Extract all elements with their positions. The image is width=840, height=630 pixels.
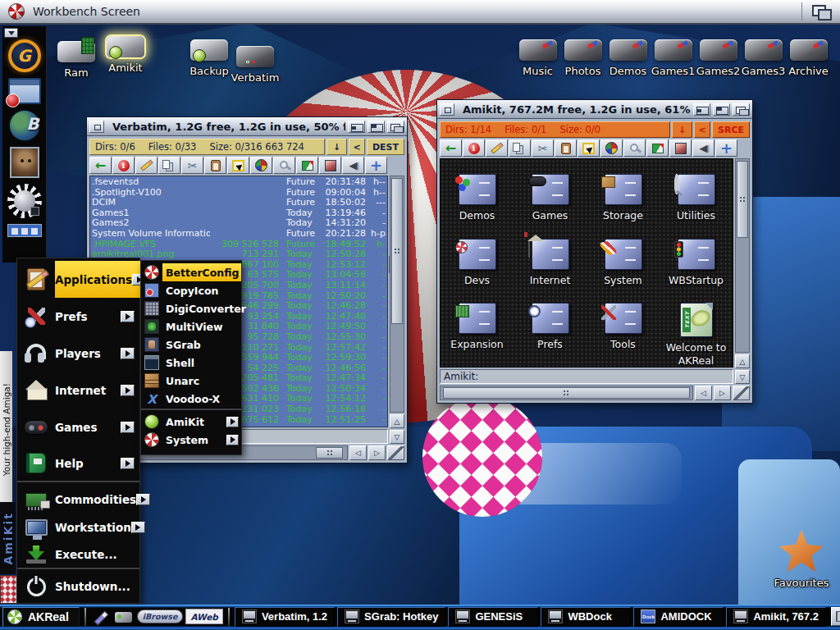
drawer-icon[interactable]: TEXT Tools	[587, 303, 660, 367]
toolbar-button[interactable]	[509, 139, 531, 157]
toolbar-button[interactable]: ←	[89, 157, 112, 174]
close-gadget[interactable]	[89, 121, 104, 133]
drawer-icon[interactable]: TEXT Utilities	[660, 174, 733, 222]
ibrowse-quick-icon[interactable]: iBrowse	[137, 609, 184, 623]
desktop-drive-icon[interactable]: Verbatim	[223, 46, 287, 84]
dock-icon[interactable]	[7, 224, 42, 237]
scroll-down-button[interactable]: ▽	[390, 430, 404, 444]
scroll-right-button[interactable]: ▷	[714, 386, 731, 400]
toolbar-button[interactable]	[646, 139, 669, 157]
file-list-row[interactable]: System Volume Information Future 20:21:2…	[92, 229, 386, 240]
submenu-item[interactable]: SGrab	[141, 336, 241, 354]
screen-depth-gadget[interactable]	[810, 3, 832, 20]
vscroll-track[interactable]	[735, 158, 750, 353]
drawer-icon[interactable]: TEXT WBStartup	[660, 239, 733, 287]
dock-icon[interactable]: G	[8, 39, 41, 72]
toolbar-button[interactable]	[158, 157, 180, 174]
toolbar-button[interactable]	[669, 139, 692, 157]
path-dropdown-button[interactable]: ↓	[326, 139, 347, 155]
toolbar-button[interactable]: ◀	[692, 139, 714, 157]
drawer-icon[interactable]: TEXT Welcome to AKReal	[660, 303, 733, 367]
toolbar-button[interactable]	[623, 139, 646, 157]
toolbar-button[interactable]	[578, 139, 600, 157]
toolbar-button[interactable]	[555, 139, 577, 157]
scroll-left-button[interactable]: ◁	[349, 445, 367, 460]
toolbar-button[interactable]: ◀	[342, 157, 364, 174]
menu-item[interactable]: Players	[17, 335, 139, 372]
toolbar-button[interactable]	[319, 157, 341, 174]
toolbar-button[interactable]	[227, 157, 249, 174]
depth-gadget[interactable]	[733, 103, 750, 116]
submenu-item[interactable]: AmiKit	[141, 413, 241, 431]
window-titlebar[interactable]: Amikit, 767.2M free, 1.2G in use, 61% fu…	[437, 100, 752, 119]
submenu-item[interactable]: MultiView	[141, 317, 241, 336]
menu-item[interactable]: Workstation	[17, 514, 139, 541]
desktop-drive-icon[interactable]: Demos	[605, 39, 651, 77]
aweb-quick-icon[interactable]: AWeb	[185, 609, 223, 624]
status-field[interactable]: Amikit:	[440, 369, 733, 384]
file-list-row[interactable]: DCIM Future 18:50:02 ---	[92, 198, 386, 208]
task-button[interactable]: Dock GENESiS	[448, 607, 538, 627]
menu-item[interactable]: Execute...	[17, 541, 139, 569]
scroll-up-button[interactable]: △	[390, 414, 404, 428]
dock-icon[interactable]	[10, 147, 39, 178]
task-button[interactable]: Dock Verbatim, 1.2	[235, 607, 335, 627]
toolbar-button[interactable]	[204, 157, 226, 174]
desktop-drive-icon[interactable]: Music	[515, 39, 560, 77]
menu-item[interactable]: Prefs	[17, 298, 139, 335]
dock-icon[interactable]: B	[9, 110, 40, 141]
drawer-icon[interactable]: TEXT System	[587, 239, 660, 287]
desktop-drive-icon[interactable]: Amikit	[94, 36, 158, 74]
dock-collapse-button[interactable]	[4, 28, 18, 38]
drawer-icon[interactable]: TEXT Prefs	[514, 303, 587, 367]
zoom-gadget[interactable]	[713, 103, 730, 116]
submenu-item[interactable]: BetterConfig	[141, 263, 241, 281]
notes-quick-icon[interactable]	[91, 607, 111, 627]
drawer-icon[interactable]: TEXT Expansion	[441, 303, 514, 367]
desktop-drive-icon[interactable]: Archive	[786, 39, 831, 77]
drawer-icon[interactable]: TEXT Games	[514, 174, 587, 222]
iconify-gadget[interactable]	[693, 103, 710, 116]
hscroll-track[interactable]	[440, 386, 693, 400]
scroll-right-button[interactable]: ▷	[368, 445, 386, 460]
submenu-item[interactable]: DigiConverter	[141, 299, 241, 317]
parent-dir-button[interactable]: <	[694, 121, 710, 138]
zoom-gadget[interactable]	[368, 121, 385, 133]
submenu-item[interactable]: Voodoo-X	[141, 390, 241, 410]
scroll-up-button[interactable]: △	[735, 354, 750, 368]
scroll-down-button[interactable]: ▽	[735, 370, 750, 384]
task-button[interactable]: Dock WBDock	[541, 607, 631, 627]
dock-icon[interactable]	[8, 78, 41, 104]
path-dropdown-button[interactable]: ↓	[672, 121, 692, 138]
srce-mode-button[interactable]: SRCE	[712, 121, 750, 138]
toolbar-button[interactable]: +	[365, 157, 387, 174]
desktop-drive-icon[interactable]: Games2	[696, 39, 741, 77]
toolbar-button[interactable]: ✂	[532, 139, 554, 157]
file-list-row[interactable]: .fseventsd Future 20:31:48 h--	[92, 177, 386, 188]
dest-mode-button[interactable]: DEST	[367, 139, 404, 155]
submenu-item[interactable]: CopyIcon	[141, 281, 241, 299]
task-button[interactable]: Dock AMIDOCK	[633, 607, 724, 627]
resize-gadget[interactable]	[387, 445, 404, 460]
iconify-gadget[interactable]	[348, 121, 365, 133]
vscroll-knob[interactable]	[391, 178, 403, 324]
scroll-left-button[interactable]: ◁	[695, 386, 712, 400]
toolbar-button[interactable]: +	[715, 139, 737, 157]
vscroll-track[interactable]	[390, 176, 404, 413]
window-titlebar[interactable]: Verbatim, 1.2G free, 1.2G in use, 50% fu…	[87, 117, 407, 136]
favourites-icon[interactable]: Favourites	[769, 530, 833, 589]
cpu-monitor[interactable]: 34%	[831, 607, 840, 626]
hscroll-knob[interactable]	[316, 447, 343, 459]
desktop-drive-icon[interactable]: Games3	[741, 39, 786, 77]
drawer-icon[interactable]: TEXT Internet	[514, 239, 587, 287]
menu-item[interactable]: Commodities	[17, 486, 139, 514]
depth-gadget[interactable]	[387, 121, 404, 133]
close-gadget[interactable]	[440, 103, 454, 116]
menu-item[interactable]: Internet	[17, 372, 139, 409]
menu-item[interactable]: Help	[17, 445, 139, 482]
menu-item[interactable]: Shutdown...	[17, 573, 139, 600]
dock-icon[interactable]	[7, 184, 42, 218]
submenu-item[interactable]: System	[141, 431, 241, 449]
toolbar-button[interactable]: i	[112, 157, 135, 174]
parent-dir-button[interactable]: <	[349, 139, 365, 155]
